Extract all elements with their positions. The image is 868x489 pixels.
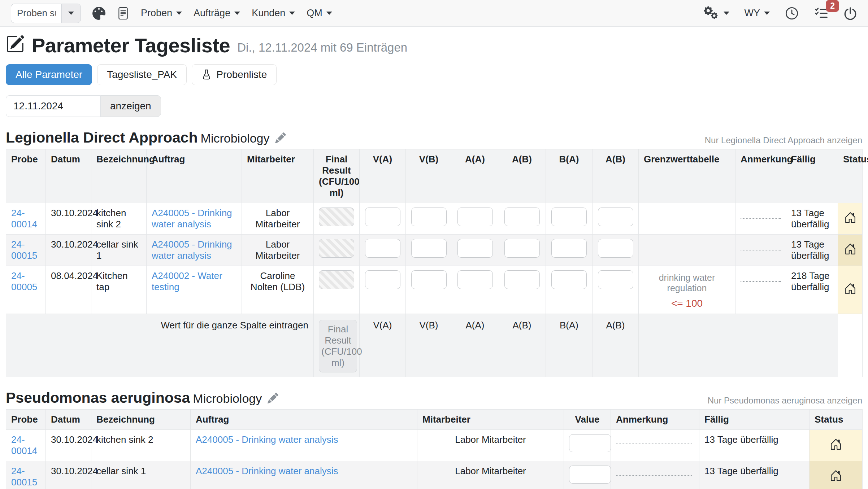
ba-input[interactable] — [551, 208, 587, 226]
ab-input[interactable] — [504, 270, 540, 289]
search-dropdown-button[interactable] — [61, 4, 81, 23]
probe-link[interactable]: 24-00014 — [11, 434, 37, 456]
value-input[interactable] — [569, 434, 611, 452]
ab-input[interactable] — [504, 208, 540, 226]
col-mitarbeiter: Mitarbeiter — [242, 149, 314, 203]
fill-aa-button[interactable]: A(A) — [466, 320, 485, 331]
palette-icon[interactable] — [92, 7, 105, 20]
home-icon[interactable] — [830, 473, 842, 484]
home-icon[interactable] — [830, 442, 842, 453]
edit-title-icon[interactable] — [6, 35, 25, 56]
ba-input[interactable] — [551, 239, 587, 258]
grenzwert-cell — [639, 203, 735, 235]
tab-probenliste[interactable]: Probenliste — [192, 64, 277, 85]
menu-auftraege[interactable]: Aufträge — [194, 8, 240, 19]
chevron-down-icon — [724, 12, 729, 15]
search-input[interactable] — [11, 4, 61, 23]
power-icon[interactable] — [843, 6, 857, 20]
page-header: Parameter Tagesliste Di., 12.11.2024 mit… — [6, 35, 862, 56]
col-mitarbeiter: Mitarbeiter — [417, 410, 564, 430]
faellig-cell: 13 Tage überfällig — [699, 430, 810, 461]
menu-kunden[interactable]: Kunden — [252, 8, 295, 19]
probe-link[interactable]: 24-00015 — [11, 239, 37, 261]
auftrag-link[interactable]: A240002 - Water testing — [152, 270, 222, 292]
top-navbar: Proben Aufträge Kunden QM WY — [0, 0, 868, 27]
view-tabs: Alle Parameter Tagesliste_PAK Probenlist… — [6, 64, 862, 85]
ab2-input[interactable] — [598, 239, 633, 258]
user-menu[interactable]: WY — [745, 8, 770, 19]
va-input[interactable] — [365, 208, 400, 226]
date-input[interactable] — [6, 95, 100, 117]
mitarbeiter-cell: Labor Mitarbeiter — [242, 203, 314, 235]
anmerkung-field[interactable] — [741, 281, 781, 282]
table-row: 24-00005 08.04.2024 Kitchen tap A240002 … — [6, 266, 863, 314]
vb-input[interactable] — [411, 239, 447, 258]
filter-pseudomonas-link[interactable]: Nur Pseudomonas aeruginosa anzeigen — [708, 396, 862, 406]
page-subtitle: Di., 12.11.2024 mit 69 Einträgen — [237, 41, 407, 56]
vb-input[interactable] — [411, 208, 447, 226]
tab-tagesliste-pak[interactable]: Tagesliste_PAK — [97, 64, 187, 85]
anzeigen-button[interactable]: anzeigen — [100, 95, 161, 117]
menu-proben[interactable]: Proben — [141, 8, 182, 19]
fill-ba-button[interactable]: B(A) — [560, 320, 578, 331]
fill-va-button[interactable]: V(A) — [373, 320, 392, 331]
faellig-cell: 13 Tage überfällig — [786, 203, 838, 235]
footer-status-spacer — [838, 314, 863, 377]
col-probe: Probe — [6, 149, 46, 203]
main-content: Parameter Tagesliste Di., 12.11.2024 mit… — [0, 35, 868, 489]
col-auftrag: Auftrag — [147, 149, 242, 203]
faellig-cell: 13 Tage überfällig — [699, 461, 810, 489]
probe-link[interactable]: 24-00014 — [11, 208, 37, 230]
anmerkung-field[interactable] — [741, 250, 781, 250]
datum-cell: 30.10.2024 — [46, 235, 91, 266]
fill-vb-button[interactable]: V(B) — [420, 320, 438, 331]
va-input[interactable] — [365, 239, 400, 258]
auftrag-link[interactable]: A240005 - Drinking water analysis — [152, 208, 232, 230]
aa-input[interactable] — [457, 208, 493, 226]
va-input[interactable] — [365, 270, 400, 289]
anmerkung-field[interactable] — [616, 475, 692, 476]
anmerkung-field[interactable] — [741, 218, 781, 219]
section-title: Pseudomonas aeruginosaMicrobiology — [6, 390, 262, 406]
edit-section-icon[interactable] — [275, 132, 286, 143]
home-icon[interactable] — [844, 286, 856, 297]
task-list-icon[interactable]: 2 — [814, 6, 828, 20]
probe-link[interactable]: 24-00005 — [11, 270, 37, 292]
aa-input[interactable] — [457, 239, 493, 258]
grenzwert-limit: <= 100 — [644, 298, 730, 309]
auftrag-link[interactable]: A240005 - Drinking water analysis — [196, 466, 338, 476]
flask-icon — [201, 69, 212, 80]
table-row: 24-00015 30.10.2024 cellar sink 1 A24000… — [6, 235, 863, 266]
tab-alle-parameter[interactable]: Alle Parameter — [6, 64, 92, 85]
fill-final-result-button[interactable]: Final Result (CFU/100 ml) — [319, 320, 357, 372]
anmerkung-field[interactable] — [616, 444, 692, 444]
vb-input[interactable] — [411, 270, 447, 289]
datum-cell: 08.04.2024 — [46, 266, 91, 314]
auftrag-link[interactable]: A240005 - Drinking water analysis — [152, 239, 232, 261]
ab2-input[interactable] — [598, 208, 633, 226]
footer-spacer — [639, 314, 838, 377]
probe-link[interactable]: 24-00015 — [11, 466, 37, 488]
value-input[interactable] — [569, 466, 611, 484]
chevron-down-icon — [289, 12, 295, 15]
col-va: V(A) — [360, 149, 406, 203]
home-icon[interactable] — [844, 246, 856, 257]
ba-input[interactable] — [551, 270, 587, 289]
notification-badge: 2 — [826, 0, 839, 12]
aa-input[interactable] — [457, 270, 493, 289]
clock-icon[interactable] — [785, 6, 799, 20]
ab2-input[interactable] — [598, 270, 633, 289]
fill-ab-button[interactable]: A(B) — [513, 320, 531, 331]
document-icon[interactable] — [117, 7, 129, 19]
fill-ab2-button[interactable]: A(B) — [606, 320, 625, 331]
ab-input[interactable] — [504, 239, 540, 258]
edit-section-icon[interactable] — [268, 393, 278, 403]
col-datum: Datum — [46, 410, 91, 430]
auftrag-link[interactable]: A240005 - Drinking water analysis — [196, 434, 338, 445]
filter-legionella-link[interactable]: Nur Legionella Direct Approach anzeigen — [705, 135, 862, 145]
menu-proben-label: Proben — [141, 8, 172, 19]
home-icon[interactable] — [844, 215, 856, 226]
col-datum: Datum — [46, 149, 91, 203]
settings-menu[interactable] — [704, 6, 729, 21]
menu-qm[interactable]: QM — [307, 8, 332, 19]
